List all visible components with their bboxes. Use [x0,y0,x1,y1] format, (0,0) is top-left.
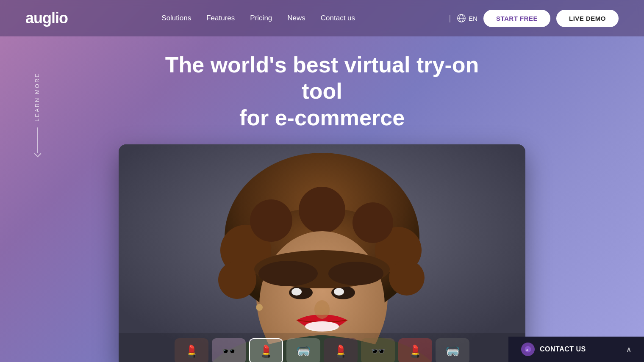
svg-point-21 [305,321,339,332]
svg-point-20 [334,288,344,296]
svg-point-12 [353,202,393,243]
contact-label: CONTACT US [540,345,586,353]
live-demo-button[interactable]: LIVE DEMO [556,10,619,27]
thumbnail-t1[interactable]: 💄 [175,338,208,362]
hero-section: The world's best virtual try-on tool for… [0,36,644,362]
svg-point-19 [291,288,302,296]
thumbnail-t8[interactable]: 🥽 [436,338,469,362]
thumbnail-t7[interactable]: 💄 [398,338,432,362]
globe-icon [457,14,466,23]
svg-point-22 [314,300,330,319]
face-background [119,144,525,362]
navbar: auglio Solutions Features Pricing News C… [0,0,644,36]
nav-buttons: | EN START FREE LIVE DEMO [449,10,619,27]
nav-news[interactable]: News [287,14,305,22]
svg-point-26 [328,262,383,285]
svg-point-13 [299,187,345,233]
hero-title: The world's best virtual try-on tool for… [153,52,491,131]
hero-title-line1: The world's best virtual try-on tool [165,53,479,103]
svg-point-25 [258,261,318,286]
auglio-icon: a [524,345,532,353]
svg-point-11 [250,199,292,242]
demo-video-container: 💄🕶️💄🥽💄🕶️💄🥽 [119,144,525,362]
nav-contact[interactable]: Contact us [321,14,355,22]
learn-more-sidebar[interactable]: LEARN MORE [34,72,40,153]
svg-text:a: a [526,348,528,352]
portrait-svg [119,144,525,362]
language-selector[interactable]: EN [457,14,477,23]
svg-point-23 [256,304,263,311]
learn-more-arrow [37,127,38,153]
contact-icon: a [521,343,535,356]
nav-solutions[interactable]: Solutions [161,14,191,22]
nav-links: Solutions Features Pricing News Contact … [161,14,355,22]
svg-point-15 [389,260,425,296]
start-free-button[interactable]: START FREE [483,10,550,27]
hero-title-line2: for e-commerce [239,105,405,130]
thumbnail-t4[interactable]: 🥽 [286,338,320,362]
thumbnail-t6[interactable]: 🕶️ [361,338,395,362]
contact-chevron-icon: ∧ [626,345,632,354]
thumbnail-t3[interactable]: 💄 [249,338,283,362]
thumbnail-t2[interactable]: 🕶️ [212,338,246,362]
thumbnail-t5[interactable]: 💄 [324,338,358,362]
lang-label: EN [469,15,477,22]
svg-point-14 [218,261,256,299]
learn-more-text: LEARN MORE [34,72,40,122]
brand-logo[interactable]: auglio [25,9,68,27]
product-thumbnails: 💄🕶️💄🥽💄🕶️💄🥽 [119,333,525,362]
contact-float-bar[interactable]: a CONTACT US ∧ [508,337,644,362]
nav-divider: | [449,14,451,23]
nav-features[interactable]: Features [206,14,235,22]
nav-pricing[interactable]: Pricing [250,14,272,22]
